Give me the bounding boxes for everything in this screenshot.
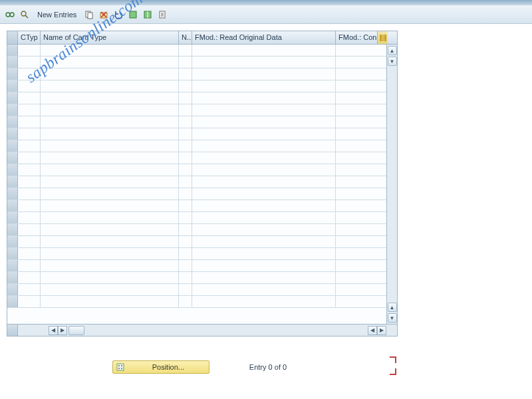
- config-columns-icon[interactable]: [377, 31, 388, 44]
- position-button[interactable]: Position...: [112, 360, 209, 374]
- svg-rect-19: [117, 364, 124, 370]
- scroll-down-step-icon[interactable]: ▲: [388, 303, 397, 312]
- position-icon: [116, 362, 125, 372]
- svg-point-1: [10, 13, 14, 17]
- copy-icon[interactable]: [83, 9, 95, 21]
- table-row[interactable]: [7, 104, 386, 116]
- table-row[interactable]: [7, 260, 386, 272]
- resize-corner-marks: [390, 356, 396, 375]
- undo-icon[interactable]: [112, 9, 124, 21]
- table-rows[interactable]: [7, 45, 386, 324]
- table-row[interactable]: [7, 128, 386, 140]
- deselect-all-icon[interactable]: [142, 9, 154, 21]
- table-row[interactable]: [7, 188, 386, 200]
- hscroll-left-cap: [7, 325, 18, 336]
- table-row[interactable]: [7, 140, 386, 152]
- table-row[interactable]: [7, 176, 386, 188]
- table-row[interactable]: [7, 200, 386, 212]
- entry-count-text: Entry 0 of 0: [249, 363, 287, 371]
- svg-rect-20: [118, 365, 120, 366]
- svg-rect-18: [384, 35, 386, 41]
- scroll-left-icon[interactable]: ◀: [49, 326, 58, 335]
- exec-icon[interactable]: [4, 9, 16, 21]
- table-row[interactable]: [7, 80, 386, 92]
- svg-rect-5: [88, 13, 92, 19]
- table-row[interactable]: [7, 248, 386, 260]
- footer-bar: Position... Entry 0 of 0: [0, 359, 399, 375]
- svg-rect-22: [118, 368, 120, 369]
- table-row[interactable]: [7, 164, 386, 176]
- table-body: ▲ ▼ ▲ ▼: [7, 45, 397, 324]
- svg-point-0: [6, 13, 10, 17]
- position-label: Position...: [130, 363, 206, 371]
- svg-rect-21: [121, 365, 122, 366]
- table-row[interactable]: [7, 284, 386, 296]
- table-row[interactable]: [7, 152, 386, 164]
- vertical-scrollbar[interactable]: ▲ ▼ ▲ ▼: [386, 45, 397, 324]
- table-header-row: CTyp Name of Card Type N.. FMod.: Read O…: [7, 31, 397, 45]
- table-row[interactable]: [7, 296, 386, 308]
- scroll-down-icon[interactable]: ▼: [388, 313, 397, 323]
- svg-rect-16: [380, 35, 382, 41]
- table-grid: CTyp Name of Card Type N.. FMod.: Read O…: [7, 31, 398, 336]
- table-row[interactable]: [7, 236, 386, 248]
- toolbar: New Entries: [0, 5, 532, 24]
- table-row[interactable]: [7, 272, 386, 284]
- print-icon[interactable]: [156, 9, 168, 21]
- horizontal-scrollbar[interactable]: ◀ ▶ ◀ ▶: [7, 324, 397, 336]
- svg-rect-9: [130, 11, 136, 18]
- scroll-right-end-icon[interactable]: ▶: [377, 326, 386, 335]
- table-row[interactable]: [7, 116, 386, 128]
- hscroll-thumb[interactable]: [68, 326, 84, 335]
- find-icon[interactable]: [19, 9, 31, 21]
- col-header-n[interactable]: N..: [179, 31, 192, 44]
- scroll-right-icon[interactable]: ▶: [58, 326, 67, 335]
- table-row[interactable]: [7, 224, 386, 236]
- col-header-fmod-con[interactable]: FMod.: Con: [336, 31, 377, 44]
- title-bar-gradient: [0, 0, 532, 5]
- delete-icon[interactable]: [98, 9, 110, 21]
- table-row[interactable]: [7, 45, 386, 57]
- svg-line-3: [25, 15, 28, 18]
- svg-rect-23: [121, 368, 122, 369]
- select-all-icon[interactable]: [127, 9, 139, 21]
- scroll-left-end-icon[interactable]: ◀: [368, 326, 377, 335]
- table-row[interactable]: [7, 57, 386, 68]
- scroll-up-step-icon[interactable]: ▼: [388, 57, 397, 66]
- scroll-up-icon[interactable]: ▲: [388, 46, 397, 55]
- select-all-column-header[interactable]: [7, 31, 18, 44]
- svg-point-2: [21, 11, 26, 16]
- svg-rect-17: [382, 35, 384, 41]
- table-row[interactable]: [7, 212, 386, 224]
- col-header-ctyp[interactable]: CTyp: [18, 31, 41, 44]
- table-row[interactable]: [7, 68, 386, 80]
- new-entries-button[interactable]: New Entries: [33, 11, 80, 19]
- col-header-fmod-read[interactable]: FMod.: Read Original Data: [192, 31, 336, 44]
- col-header-name[interactable]: Name of Card Type: [41, 31, 179, 44]
- table-row[interactable]: [7, 92, 386, 104]
